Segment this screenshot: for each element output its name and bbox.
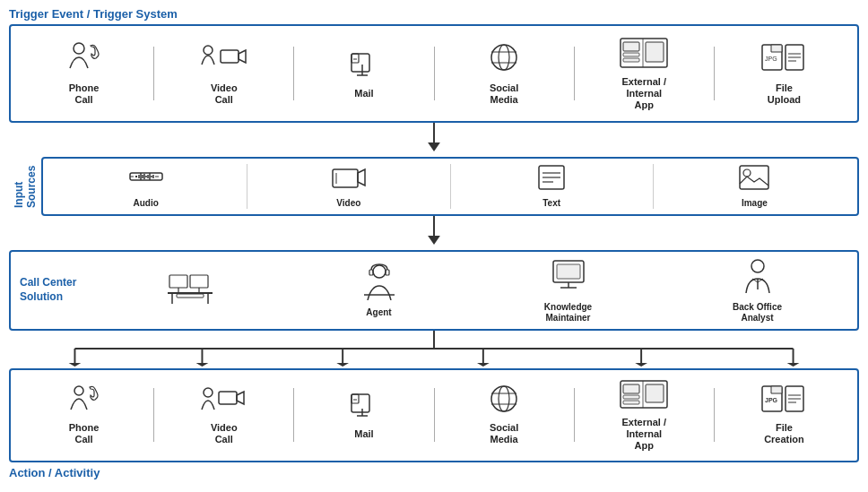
trigger-upload: JPG FileUpload xyxy=(718,38,850,109)
svg-point-97 xyxy=(499,386,509,411)
trigger-phone-label: PhoneCall xyxy=(69,82,100,106)
trigger-title: Trigger Event / Trigger System xyxy=(9,7,859,21)
image-input-label: Image xyxy=(742,198,768,209)
trigger-box: PhoneCall VideoCall xyxy=(9,24,859,123)
svg-rect-14 xyxy=(623,42,639,51)
action-title: Action / Activitiy xyxy=(9,466,859,479)
ccs-km: KnowledgeMaintainer xyxy=(477,257,659,324)
input-sources-box: Audio Video xyxy=(41,157,859,216)
divider-5 xyxy=(714,47,715,100)
svg-marker-90 xyxy=(237,392,244,404)
text-input-icon xyxy=(537,164,566,196)
ccs-analyst: Back OfficeAnalyst xyxy=(666,257,848,324)
ccs-workstation xyxy=(99,268,281,313)
km-icon xyxy=(548,257,589,300)
input-sources-section: InputSources xyxy=(9,157,859,216)
video-call-icon xyxy=(199,41,249,80)
svg-rect-103 xyxy=(623,401,639,404)
svg-point-0 xyxy=(74,43,84,54)
svg-point-96 xyxy=(491,386,516,411)
divider-2 xyxy=(293,47,294,100)
svg-rect-53 xyxy=(190,275,208,288)
action-social: SocialMedia xyxy=(438,381,570,449)
action-video-label: VideoCall xyxy=(211,422,238,445)
input-image: Image xyxy=(661,164,848,209)
svg-marker-21 xyxy=(771,45,782,52)
svg-rect-67 xyxy=(557,264,580,279)
agent-label: Agent xyxy=(366,307,391,318)
svg-marker-108 xyxy=(771,386,782,393)
svg-rect-48 xyxy=(740,166,768,189)
action-app-icon xyxy=(619,379,669,414)
ccs-section: Call CenterSolution xyxy=(9,250,859,331)
action-app: External /InternalApp xyxy=(578,375,710,456)
input-text: Text xyxy=(458,164,646,209)
phone-call-icon xyxy=(66,41,102,80)
svg-rect-105 xyxy=(646,384,664,402)
input-to-ccs-connector xyxy=(9,216,859,248)
trigger-video-call: VideoCall xyxy=(158,38,290,109)
svg-rect-5 xyxy=(352,54,359,63)
divider-3 xyxy=(434,47,435,100)
trigger-video-label: VideoCall xyxy=(211,82,238,106)
svg-rect-52 xyxy=(169,275,187,288)
trigger-mail-label: Mail xyxy=(354,88,373,99)
svg-rect-16 xyxy=(623,58,639,62)
action-mail: Mail xyxy=(298,387,430,444)
ccs-to-action-connector xyxy=(9,331,859,367)
svg-rect-101 xyxy=(623,384,639,393)
svg-marker-51 xyxy=(428,236,440,245)
svg-marker-80 xyxy=(336,363,349,367)
video-input-icon xyxy=(331,164,367,196)
app-icon xyxy=(619,35,669,73)
upload-icon: JPG xyxy=(760,41,807,80)
sep-3 xyxy=(653,164,654,209)
ccs-title: Call CenterSolution xyxy=(20,276,91,304)
svg-rect-18 xyxy=(646,42,664,62)
action-creation-label: FileCreation xyxy=(764,422,804,445)
svg-text:JPG: JPG xyxy=(765,397,778,403)
svg-marker-78 xyxy=(196,363,209,367)
ccs-box: Call CenterSolution xyxy=(9,250,859,331)
action-box: PhoneCall VideoCall xyxy=(9,368,859,463)
action-mail-icon xyxy=(348,391,380,426)
trigger-to-input-connector xyxy=(9,123,859,155)
action-phone-icon xyxy=(66,384,102,419)
action-creation-icon: JPG xyxy=(760,384,807,419)
action-social-label: SocialMedia xyxy=(490,422,518,445)
svg-point-1 xyxy=(204,46,213,55)
divider-1 xyxy=(153,47,154,100)
sep-1 xyxy=(247,164,247,209)
svg-rect-92 xyxy=(352,394,359,403)
svg-marker-84 xyxy=(635,363,647,367)
trigger-social: SocialMedia xyxy=(438,38,570,109)
input-video: Video xyxy=(255,164,442,209)
video-input-label: Video xyxy=(336,198,360,209)
action-social-icon xyxy=(486,384,522,419)
input-sources-label: InputSources xyxy=(9,157,41,216)
km-label: KnowledgeMaintainer xyxy=(544,302,592,324)
action-phone: PhoneCall xyxy=(18,381,150,449)
audio-label: Audio xyxy=(133,198,158,209)
svg-rect-59 xyxy=(177,294,204,298)
action-app-label: External /InternalApp xyxy=(622,417,667,453)
trigger-app: External /InternalApp xyxy=(578,31,710,116)
trigger-upload-label: FileUpload xyxy=(768,82,801,106)
action-video-icon xyxy=(199,384,249,419)
svg-point-87 xyxy=(74,386,83,395)
svg-point-10 xyxy=(499,45,509,70)
svg-rect-2 xyxy=(221,50,239,63)
svg-rect-15 xyxy=(623,53,639,56)
svg-marker-82 xyxy=(477,363,490,367)
image-input-icon xyxy=(738,164,770,196)
action-video: VideoCall xyxy=(158,381,290,449)
trigger-social-label: SocialMedia xyxy=(490,82,518,106)
svg-marker-27 xyxy=(428,142,440,151)
input-audio: Audio xyxy=(52,164,239,209)
svg-point-49 xyxy=(743,169,751,177)
action-phone-label: PhoneCall xyxy=(69,422,100,445)
action-mail-label: Mail xyxy=(354,428,373,440)
svg-marker-76 xyxy=(69,363,82,367)
svg-point-9 xyxy=(491,45,516,70)
svg-point-69 xyxy=(751,260,764,272)
